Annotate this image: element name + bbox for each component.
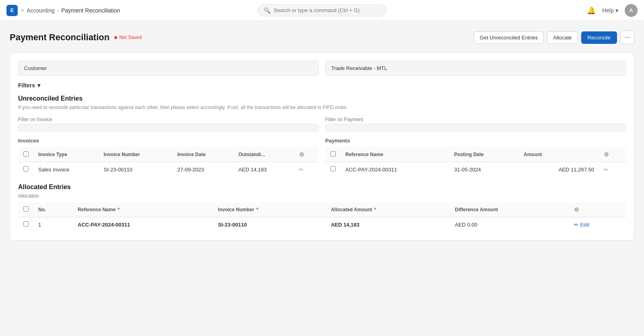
payment-edit-cell: ✏: [599, 162, 626, 177]
invoices-table: Invoice Type Invoice Number Invoice Date…: [18, 147, 319, 177]
alloc-difference-amount-col: Difference Amount: [450, 202, 569, 217]
party-type-selector[interactable]: Customer: [18, 61, 319, 76]
invoice-edit-icon[interactable]: ✏: [299, 167, 303, 173]
app-icon[interactable]: E: [6, 5, 18, 16]
invoices-panel: Invoices Invoice Type Invoice Number Inv…: [18, 138, 319, 177]
alloc-row-checkbox[interactable]: [23, 221, 29, 227]
main-card: Customer Trade Receivable - MTL Filters …: [10, 52, 634, 241]
payments-select-all-col: [326, 147, 341, 162]
not-saved-badge: Not Saved: [114, 35, 142, 40]
alloc-no-col: No.: [33, 202, 73, 217]
alloc-reference-name-col: Reference Name *: [73, 202, 213, 217]
alloc-no-cell: 1: [33, 217, 73, 232]
search-icon: 🔍: [264, 7, 270, 14]
filters-chevron-icon: ▾: [37, 82, 40, 89]
payments-label: Payments: [325, 138, 626, 144]
unreconciled-section: Unreconciled Entries If you need to reco…: [18, 95, 626, 177]
navbar: E > Accounting › Payment Reconciliation …: [0, 0, 644, 21]
payment-edit-icon[interactable]: ✏: [604, 167, 608, 173]
breadcrumb-sep-1: >: [21, 7, 24, 14]
allocated-amount-required: *: [374, 207, 376, 212]
alloc-select-all-col: [19, 202, 34, 217]
allocated-title: Allocated Entries: [18, 183, 626, 191]
page-header: Payment Reconciliation Not Saved Get Unr…: [10, 31, 634, 44]
invoice-type-cell: Sales Invoice: [33, 162, 99, 177]
navbar-center: 🔍: [164, 4, 480, 16]
alloc-difference-amount-cell: AED 0.00: [450, 217, 569, 232]
alloc-select-all-checkbox[interactable]: [23, 206, 29, 212]
payments-header-row: Reference Name Posting Date Amount ⚙: [326, 147, 626, 162]
invoices-header-row: Invoice Type Invoice Number Invoice Date…: [19, 147, 319, 162]
help-menu[interactable]: Help ▾: [602, 7, 618, 14]
avatar[interactable]: A: [625, 4, 638, 17]
bell-icon[interactable]: 🔔: [587, 6, 596, 15]
invoices-gear-icon[interactable]: ⚙: [299, 151, 304, 158]
alloc-edit-button[interactable]: ✏ Edit: [574, 222, 589, 228]
help-label: Help: [602, 7, 614, 14]
invoice-number-cell: SI-23-00110: [99, 162, 173, 177]
filter-inputs-row: Filter on Invoice Filter on Payment: [18, 117, 626, 131]
filter-payment-label: Filter on Payment: [325, 117, 626, 122]
payments-table: Reference Name Posting Date Amount ⚙: [325, 147, 626, 177]
payment-posting-date-cell: 31-05-2024: [449, 162, 519, 177]
page-title-area: Payment Reconciliation Not Saved: [10, 32, 142, 43]
allocated-header-row: No. Reference Name * Invoice Number * Al…: [19, 202, 626, 217]
allocate-button[interactable]: Allocate: [547, 31, 578, 44]
invoices-label: Invoices: [18, 138, 319, 144]
get-unreconciled-button[interactable]: Get Unreconciled Entries: [474, 31, 544, 44]
invoice-edit-cell: ✏: [294, 162, 318, 177]
invoice-date-cell: 27-09-2023: [172, 162, 233, 177]
amount-col: Amount: [519, 147, 599, 162]
payment-row-checkbox-cell: [326, 162, 341, 177]
help-chevron-icon: ▾: [615, 7, 618, 14]
filter-payment-input[interactable]: [325, 124, 626, 131]
breadcrumb-sep-2: ›: [57, 7, 59, 14]
main-content: Payment Reconciliation Not Saved Get Unr…: [0, 21, 644, 257]
not-saved-label: Not Saved: [119, 35, 142, 40]
alloc-edit-cell: ✏ Edit: [569, 217, 625, 232]
invoice-row-checkbox[interactable]: [23, 166, 29, 171]
allocated-row: 1 ACC-PAY-2024-00311 SI-23-00110 AED 14,…: [19, 217, 626, 232]
alloc-row-checkbox-cell: [19, 217, 34, 232]
payment-reference-name-cell: ACC-PAY-2024-00311: [341, 162, 449, 177]
tables-row: Invoices Invoice Type Invoice Number Inv…: [18, 138, 626, 177]
reference-name-required: *: [118, 207, 120, 212]
page-title: Payment Reconciliation: [10, 32, 109, 43]
allocated-section: Allocated Entries Allocation No. Referen…: [18, 183, 626, 232]
selectors-row: Customer Trade Receivable - MTL: [18, 61, 626, 76]
reconcile-button[interactable]: Reconcile: [581, 31, 617, 44]
account-selector[interactable]: Trade Receivable - MTL: [325, 61, 626, 76]
invoices-gear-col: ⚙: [294, 147, 318, 162]
invoice-row: Sales Invoice SI-23-00110 27-09-2023 AED…: [19, 162, 319, 177]
breadcrumb: > Accounting › Payment Reconciliation: [21, 7, 120, 14]
payments-gear-col: ⚙: [599, 147, 626, 162]
more-actions-button[interactable]: ···: [620, 31, 634, 44]
filter-invoice-input[interactable]: [18, 124, 319, 131]
navbar-right: 🔔 Help ▾ A: [480, 4, 638, 17]
breadcrumb-accounting[interactable]: Accounting: [27, 7, 54, 14]
invoice-type-col: Invoice Type: [33, 147, 99, 162]
edit-label: Edit: [580, 222, 589, 228]
invoices-select-all-checkbox[interactable]: [23, 151, 29, 157]
payment-row-checkbox[interactable]: [330, 166, 336, 171]
filters-toggle[interactable]: Filters ▾: [18, 82, 626, 89]
payments-select-all-checkbox[interactable]: [330, 151, 336, 157]
page-actions: Get Unreconciled Entries Allocate Reconc…: [474, 31, 634, 44]
payments-gear-icon[interactable]: ⚙: [604, 151, 609, 158]
alloc-allocated-amount-col: Allocated Amount *: [326, 202, 450, 217]
navbar-left: E > Accounting › Payment Reconciliation: [6, 5, 164, 16]
search-input[interactable]: [274, 7, 380, 13]
edit-pencil-icon: ✏: [574, 222, 578, 228]
posting-date-col: Posting Date: [449, 147, 519, 162]
breadcrumb-payment-reconciliation: Payment Reconciliation: [61, 7, 120, 14]
alloc-gear-icon[interactable]: ⚙: [574, 206, 579, 213]
filters-label: Filters: [18, 82, 35, 89]
search-bar[interactable]: 🔍: [258, 4, 386, 16]
alloc-reference-name-cell: ACC-PAY-2024-00311: [73, 217, 213, 232]
alloc-invoice-number-cell: SI-23-00110: [213, 217, 326, 232]
allocated-table: No. Reference Name * Invoice Number * Al…: [18, 202, 626, 232]
reference-name-col: Reference Name: [341, 147, 449, 162]
filter-invoice-label: Filter on Invoice: [18, 117, 319, 122]
payment-row: ACC-PAY-2024-00311 31-05-2024 AED 11,287…: [326, 162, 626, 177]
unreconciled-title: Unreconciled Entries: [18, 95, 626, 102]
